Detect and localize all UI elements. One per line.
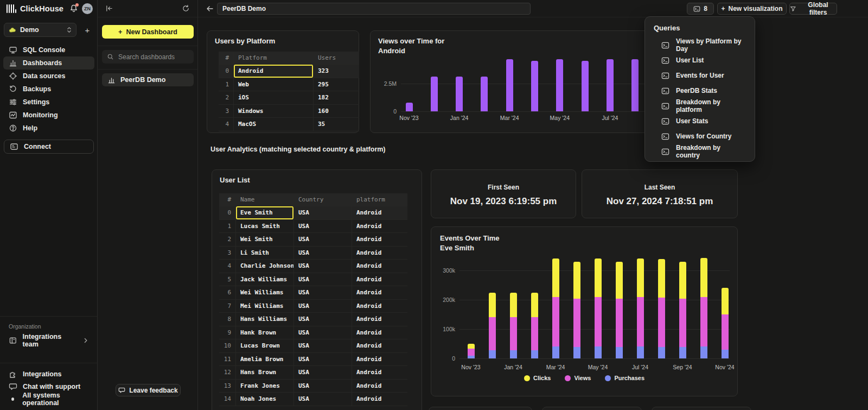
- table-row[interactable]: 14Noah JonesUSAAndroid: [219, 393, 407, 406]
- table-cell[interactable]: 295: [314, 78, 359, 91]
- table-cell[interactable]: USA: [294, 339, 352, 352]
- column-header[interactable]: Platform: [234, 52, 314, 64]
- sidebar-item-integrations-team[interactable]: Integrations team: [3, 334, 94, 347]
- sidebar-item-integrations[interactable]: Integrations: [3, 368, 94, 380]
- table-cell[interactable]: Android: [352, 286, 407, 299]
- table-row[interactable]: 4Charlie JohnsonUSAAndroid: [219, 260, 407, 273]
- dashboard-list-item[interactable]: PeerDB Demo: [102, 73, 194, 86]
- notifications-bell-icon[interactable]: [69, 4, 79, 14]
- table-row[interactable]: 7Mei WilliamsUSAAndroid: [219, 300, 407, 313]
- column-header[interactable]: #: [219, 193, 236, 206]
- back-arrow-icon[interactable]: [206, 4, 214, 13]
- table-cell[interactable]: Android: [352, 206, 407, 219]
- query-item-user-list[interactable]: User List: [645, 53, 755, 68]
- table-cell[interactable]: USA: [294, 206, 352, 219]
- legend-item-views[interactable]: Views: [565, 375, 591, 381]
- table-cell[interactable]: Mei Williams: [236, 300, 294, 313]
- leave-feedback-button[interactable]: Leave feedback: [116, 384, 181, 396]
- sidebar-item-data-sources[interactable]: Data sources: [3, 70, 94, 83]
- table-cell[interactable]: Android: [352, 353, 407, 366]
- table-cell[interactable]: USA: [294, 353, 352, 366]
- table-cell[interactable]: Android: [352, 326, 407, 339]
- query-item-user-stats[interactable]: User Stats: [645, 113, 755, 129]
- table-row[interactable]: 11Amelia BrownUSAAndroid: [219, 353, 407, 367]
- table-cell[interactable]: Jack Williams: [236, 273, 294, 286]
- table-cell[interactable]: USA: [294, 273, 352, 286]
- table-cell[interactable]: Lucas Smith: [236, 220, 294, 233]
- table-row[interactable]: 0Android323: [219, 65, 359, 78]
- table-cell[interactable]: USA: [294, 393, 352, 406]
- table-row[interactable]: 3Li SmithUSAAndroid: [219, 247, 407, 260]
- refresh-icon[interactable]: [182, 4, 190, 12]
- table-cell[interactable]: USA: [294, 366, 352, 379]
- new-visualization-button[interactable]: + New visualization: [717, 3, 787, 15]
- table-cell[interactable]: Android: [352, 260, 407, 273]
- table-row[interactable]: 5Jack WilliamsUSAAndroid: [219, 273, 407, 287]
- dashboard-title-input[interactable]: [217, 3, 531, 15]
- table-cell[interactable]: USA: [294, 260, 352, 273]
- table-cell[interactable]: iOS: [234, 91, 314, 104]
- table-row[interactable]: 4MacOS35: [219, 118, 359, 131]
- table-cell[interactable]: USA: [294, 313, 352, 326]
- table-cell[interactable]: Lucas Brown: [236, 339, 294, 352]
- table-cell[interactable]: 35: [314, 118, 359, 131]
- query-item-views-by-platform-by-day[interactable]: Views by Platform by Day: [645, 37, 755, 53]
- sidebar-item-settings[interactable]: Settings: [3, 96, 94, 109]
- table-row[interactable]: 12Hans BrownUSAAndroid: [219, 366, 407, 380]
- service-switcher[interactable]: Demo: [4, 23, 76, 37]
- column-header[interactable]: platform: [352, 193, 407, 206]
- column-header[interactable]: Users: [314, 52, 359, 64]
- table-cell[interactable]: USA: [294, 247, 352, 260]
- table-cell[interactable]: Li Smith: [236, 247, 294, 260]
- query-item-views-for-country[interactable]: Views for Country: [645, 129, 755, 144]
- table-cell[interactable]: Android: [352, 300, 407, 313]
- sidebar-item-help[interactable]: Help: [3, 122, 94, 135]
- table-cell[interactable]: Amelia Brown: [236, 353, 294, 366]
- table-row[interactable]: 2Wei SmithUSAAndroid: [219, 233, 407, 247]
- sidebar-item-all-systems-operational[interactable]: All systems operational: [3, 393, 94, 405]
- column-header[interactable]: #: [219, 52, 234, 64]
- table-row[interactable]: 13Frank JonesUSAAndroid: [219, 380, 407, 393]
- legend-item-purchases[interactable]: Purchases: [605, 375, 644, 381]
- table-cell[interactable]: USA: [294, 300, 352, 313]
- add-service-button[interactable]: +: [81, 23, 94, 37]
- table-cell[interactable]: USA: [294, 233, 352, 246]
- sidebar-item-dashboards[interactable]: Dashboards: [3, 56, 94, 70]
- table-cell[interactable]: Frank Jones: [236, 380, 294, 393]
- table-cell[interactable]: Hans Brown: [236, 366, 294, 379]
- table-cell[interactable]: MacOS: [234, 118, 314, 131]
- sidebar-item-sql-console[interactable]: SQL Console: [3, 43, 94, 56]
- table-row[interactable]: 1Web295: [219, 78, 359, 92]
- table-cell[interactable]: Hank Brown: [236, 326, 294, 339]
- table-cell[interactable]: Wei Williams: [236, 286, 294, 299]
- table-cell[interactable]: Android: [352, 339, 407, 352]
- table-row[interactable]: 8Hans WilliamsUSAAndroid: [219, 313, 407, 326]
- queries-count-button[interactable]: 8: [687, 3, 714, 15]
- table-cell[interactable]: Android: [234, 65, 314, 78]
- table-cell[interactable]: USA: [294, 326, 352, 339]
- table-row[interactable]: 1Lucas SmithUSAAndroid: [219, 220, 407, 234]
- column-header[interactable]: Name: [236, 193, 294, 206]
- table-cell[interactable]: Android: [352, 366, 407, 379]
- table-cell[interactable]: Web: [234, 78, 314, 91]
- table-cell[interactable]: Windows: [234, 105, 314, 118]
- collapse-panel-icon[interactable]: [105, 4, 113, 12]
- table-cell[interactable]: Android: [352, 247, 407, 260]
- table-cell[interactable]: Android: [352, 220, 407, 233]
- connect-button[interactable]: Connect: [4, 140, 94, 154]
- sidebar-item-monitoring[interactable]: Monitoring: [3, 109, 94, 122]
- table-cell[interactable]: USA: [294, 286, 352, 299]
- sidebar-item-backups[interactable]: Backups: [3, 83, 94, 96]
- legend-item-clicks[interactable]: Clicks: [524, 375, 551, 381]
- search-dashboards-input[interactable]: Search dashboards: [102, 50, 194, 64]
- table-cell[interactable]: USA: [294, 220, 352, 233]
- table-cell[interactable]: Hans Williams: [236, 313, 294, 326]
- table-cell[interactable]: Android: [352, 233, 407, 246]
- column-header[interactable]: Country: [294, 193, 352, 206]
- table-row[interactable]: 2iOS182: [219, 91, 359, 105]
- table-cell[interactable]: Charlie Johnson: [236, 260, 294, 273]
- table-cell[interactable]: Wei Smith: [236, 233, 294, 246]
- table-cell[interactable]: USA: [294, 380, 352, 393]
- query-item-breakdown-by-country[interactable]: Breakdown by country: [645, 144, 755, 159]
- table-cell[interactable]: 160: [314, 105, 359, 118]
